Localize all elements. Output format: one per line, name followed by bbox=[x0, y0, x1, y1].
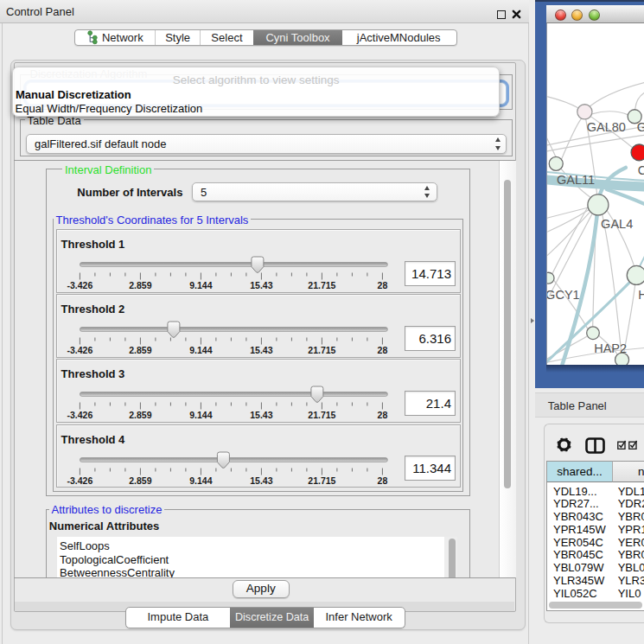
svg-text:GAL11: GAL11 bbox=[557, 173, 595, 187]
svg-text:9.144: 9.144 bbox=[189, 345, 212, 355]
svg-text:HIS: HIS bbox=[638, 288, 644, 302]
svg-text:-3.426: -3.426 bbox=[67, 410, 92, 420]
svg-text:2.859: 2.859 bbox=[129, 475, 151, 485]
svg-text:2.859: 2.859 bbox=[129, 410, 151, 420]
svg-text:-3.426: -3.426 bbox=[67, 280, 92, 290]
svg-text:28: 28 bbox=[377, 345, 387, 355]
svg-text:21.715: 21.715 bbox=[308, 280, 335, 290]
svg-text:28: 28 bbox=[377, 410, 387, 420]
svg-text:21.715: 21.715 bbox=[308, 410, 335, 420]
svg-text:9.144: 9.144 bbox=[189, 280, 212, 290]
svg-text:HAP2: HAP2 bbox=[594, 341, 627, 355]
svg-text:GAL4: GAL4 bbox=[601, 217, 633, 231]
svg-text:GA: GA bbox=[636, 120, 644, 134]
svg-text:GAL80: GAL80 bbox=[586, 120, 625, 134]
svg-text:CA: CA bbox=[637, 163, 644, 177]
svg-text:9.144: 9.144 bbox=[189, 410, 212, 420]
svg-text:21.715: 21.715 bbox=[308, 345, 335, 355]
svg-text:2.859: 2.859 bbox=[129, 345, 151, 355]
svg-text:15.43: 15.43 bbox=[250, 475, 272, 485]
svg-text:-3.426: -3.426 bbox=[67, 345, 92, 355]
svg-text:GCY1: GCY1 bbox=[547, 288, 580, 302]
svg-text:28: 28 bbox=[377, 475, 387, 485]
svg-text:2.859: 2.859 bbox=[129, 280, 151, 290]
svg-text:28: 28 bbox=[377, 280, 387, 290]
svg-text:15.43: 15.43 bbox=[250, 410, 272, 420]
svg-text:15.43: 15.43 bbox=[250, 345, 272, 355]
svg-text:9.144: 9.144 bbox=[189, 475, 212, 485]
svg-text:-3.426: -3.426 bbox=[67, 475, 92, 485]
svg-text:15.43: 15.43 bbox=[250, 280, 272, 290]
svg-text:21.715: 21.715 bbox=[308, 475, 335, 485]
